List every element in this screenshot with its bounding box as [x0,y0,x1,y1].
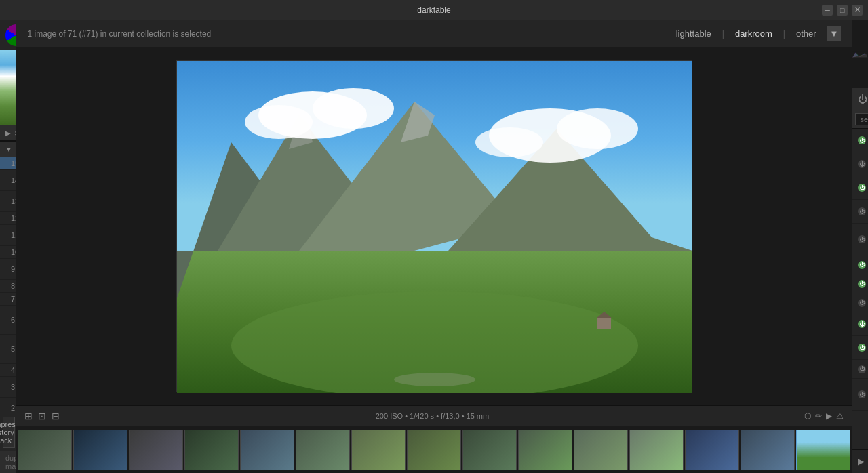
filmstrip [16,426,852,473]
nav-sep-2: | [783,29,785,39]
filmstrip-item[interactable] [129,430,183,470]
module-item[interactable]: ⏻ color reconstruction ⎘ ↺ ☰ [852,129,868,152]
history-item[interactable]: 4 demosaic ⏻ [0,364,16,377]
play-icon[interactable]: ▶ [826,411,832,421]
collection-info: 1 image of 71 (#71) in current collectio… [27,29,211,39]
module-item[interactable]: ⏻ raw black/white point ⎘ ↺ ☰ [852,379,868,411]
module-power-button[interactable]: ⏻ [858,261,866,269]
edit-icon[interactable]: ✏ [815,411,822,421]
module-item[interactable]: ⏻ crop and rotate ⎘ ↺ ☰ [852,224,868,255]
module-item[interactable]: ⏻ basic adjustments ⎘ ↺ ☰ [852,152,868,176]
history-item[interactable]: 12 velvia ⏻ [0,212,16,225]
filmstrip-item[interactable] [351,430,406,470]
history-item[interactable]: 11 tone mapping ⏻ [0,225,16,246]
module-power-button[interactable]: ⏻ [858,299,866,307]
module-power-button[interactable]: ⏻ [858,136,866,144]
filmstrip-item[interactable] [240,430,294,470]
close-button[interactable]: ✕ [852,5,863,16]
history-item[interactable]: 8 orientation ⏻ [0,280,16,293]
filmstrip-thumbnail [574,430,627,470]
history-item-num: 11 [11,231,16,239]
history-item[interactable]: 15 exposure ⏻ [0,157,16,170]
module-item[interactable]: ⏻ invert ⎘ ↺ ☰ [852,360,868,379]
filmstrip-item[interactable] [574,430,628,470]
filmstrip-item[interactable] [462,430,517,470]
filmstrip-item[interactable] [741,430,795,470]
compress-history-button[interactable]: compress history stack ⊞ [3,417,15,448]
module-search-input[interactable] [855,113,868,125]
module-power-button[interactable]: ⏻ [858,320,866,328]
module-item[interactable]: ⏻ white balance ⎘ ↺ ☰ [852,336,868,360]
status-left-tools: ⊞ ⊡ ⊟ [24,411,60,421]
compare-icon[interactable]: ⊡ [38,411,46,421]
module-power-button[interactable]: ⏻ [858,160,866,168]
image-area[interactable] [16,47,852,405]
history-item[interactable]: 2 white balance ⏻ [0,398,16,414]
filmstrip-item[interactable] [629,430,684,470]
module-item[interactable]: ⏻ base curve ⎘ ↺ ☰ [852,176,868,200]
module-power-button[interactable]: ⏻ [858,344,866,352]
fullscreen-icon[interactable]: ⊟ [52,411,60,421]
center-panel: 1 image of 71 (#71) in current collectio… [16,20,852,473]
lighttable-link[interactable]: lighttable [671,26,717,41]
filmstrip-thumbnail [408,430,460,470]
history-item[interactable]: 7 gamma ⏻ [0,293,16,306]
module-item[interactable]: ⏻ exposure ⎘ ↺ ☰ [852,274,868,293]
history-item-num: 6 [11,316,15,324]
module-power-button[interactable]: ⏻ [858,184,866,192]
other-link[interactable]: other [791,26,822,41]
darkroom-link[interactable]: darkroom [730,26,778,41]
history-item-num: 3 [11,383,15,391]
filmstrip-item[interactable] [73,430,127,470]
history-item[interactable]: 9 base curve ⏻ [0,259,16,280]
history-arrow-icon: ▼ [5,146,12,153]
minimize-button[interactable]: ─ [822,5,833,16]
module-item[interactable]: ⏻ orientation ⎘ ↺ ☰ [852,255,868,274]
warning-icon[interactable]: ⚠ [836,411,844,421]
app-title: darktable [417,5,450,15]
module-power-button[interactable]: ⏻ [858,390,866,398]
history-item-num: 8 [11,282,15,290]
module-power-button[interactable]: ⏻ [858,365,866,373]
history-item-num: 15 [11,159,16,167]
filmstrip-item[interactable] [685,430,739,470]
filmstrip-thumbnail [74,430,127,470]
module-power-icon[interactable]: ⏻ [858,91,867,107]
history-item[interactable]: 10 filmic ✕ [0,246,16,259]
histogram-area [852,20,868,88]
history-item[interactable]: 13 global tonemap ⏻ [0,191,16,212]
maximize-button[interactable]: □ [837,5,848,16]
filmstrip-thumbnail [630,430,683,470]
module-item[interactable]: ⏻ demosaic ⎘ ↺ ☰ [852,293,868,312]
duplicate-section: duplicate manager [0,451,16,473]
history-item[interactable]: 3 highlight reconstruction ⏻ [0,377,16,398]
color-icon[interactable]: ⬡ [804,411,811,421]
history-item-num: 10 [11,248,16,256]
filmstrip-thumbnail [241,430,294,470]
module-list: ⏻ color reconstruction ⎘ ↺ ☰ ⏻ basic adj… [852,129,868,449]
filmstrip-item[interactable] [407,430,461,470]
history-item-num: 2 [11,404,15,412]
history-item[interactable]: 5 input color profile ⏻ [0,335,16,364]
filmstrip-item[interactable] [296,430,350,470]
module-power-button[interactable]: ⏻ [858,280,866,288]
grid-icon[interactable]: ⊞ [24,411,33,421]
filmstrip-item[interactable] [518,430,572,470]
history-item-num: 7 [11,295,15,303]
preview-container [0,50,16,125]
module-item[interactable]: ⏻ tone equalizer ⎘ ↺ ☰ [852,200,868,224]
nav-dropdown-button[interactable]: ▼ [827,26,842,41]
filmstrip-item[interactable] [796,430,850,470]
history-item[interactable]: 6 output color profile ⏻ [0,306,16,335]
filmstrip-item[interactable] [18,430,72,470]
snapshots-section-header[interactable]: ▶ snapshots ↺ ☰ [0,125,16,141]
module-item[interactable]: ⏻ highlight reconstruction ⎘ ↺ ☰ [852,312,868,336]
nav-links: lighttable | darkroom | other ▼ [671,26,842,41]
module-power-button[interactable]: ⏻ [858,207,866,215]
filmstrip-item[interactable] [184,430,239,470]
history-section-header[interactable]: ▼ history ↺ ☰ [0,141,16,157]
module-power-button[interactable]: ⏻ [858,235,866,243]
more-modules-section[interactable]: ▶ more modules ↺ ☰ [852,449,868,473]
history-item[interactable]: 14 local contrast ⏻ [0,170,16,191]
histogram-chart [852,20,868,88]
